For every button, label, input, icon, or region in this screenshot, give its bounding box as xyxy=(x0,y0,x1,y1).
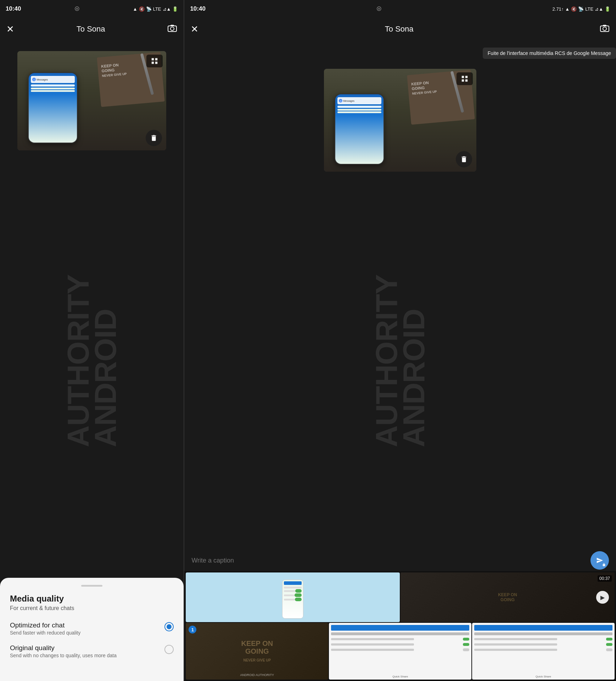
left-record-icon: ⦾ xyxy=(75,6,79,12)
svg-rect-5 xyxy=(603,25,606,26)
mini-label-2 xyxy=(284,594,295,596)
keep-going-thumbnail[interactable]: KEEP ONGOINGNEVER GIVE UP 1 ANDROID AUTH… xyxy=(186,623,328,680)
right-screen-header: G Messages xyxy=(337,97,381,104)
settings-dark-2-bg xyxy=(472,623,615,680)
ts-label-2b xyxy=(474,643,557,646)
quality-settings-button[interactable] xyxy=(146,55,163,67)
phone-on-table: KEEP ONGOINGNEVER GIVE UP G Messages xyxy=(17,51,166,150)
video-duration: 00:37 xyxy=(598,575,612,582)
signal-icon: ▲ xyxy=(133,6,138,12)
right-delete-button[interactable] xyxy=(456,151,472,167)
settings-dark-thumbnail-1[interactable]: Quick Share xyxy=(329,623,471,680)
notebook-text: KEEP ONGOINGNEVER GIVE UP xyxy=(101,62,127,78)
cast-icon: 📡 xyxy=(146,6,152,12)
left-main-image: KEEP ONGOINGNEVER GIVE UP G Messages xyxy=(17,51,166,150)
messages-label: Messages xyxy=(37,78,48,81)
right-battery-icon: 🔋 xyxy=(605,6,610,12)
settings-dark-thumbnail-2[interactable]: Quick Share xyxy=(472,623,615,680)
ts-title-1 xyxy=(331,632,469,635)
thumb-row-1: KEEP ONGOING 00:37 ▶ xyxy=(186,572,615,622)
right-send-lock-icon xyxy=(601,562,607,568)
right-network-icon: ⊿▲ xyxy=(595,6,603,12)
ts-toggle-1b xyxy=(463,643,469,646)
right-camera-button[interactable] xyxy=(600,24,610,34)
mini-toggle-row-3 xyxy=(284,598,302,601)
radio-inner-selected xyxy=(167,624,172,629)
thumbnails-grid: KEEP ONGOING 00:37 ▶ KEEP ONGOINGNEVER G… xyxy=(184,571,616,681)
right-record-icon: ⦾ xyxy=(377,6,381,12)
settings-label-1: Quick Share xyxy=(392,675,408,678)
left-panel: 10:40 ⦾ ▲ 🔇 📡 LTE ⊿▲ 🔋 ✕ To Sona ANDROID… xyxy=(0,0,184,681)
optimized-radio-button[interactable] xyxy=(164,622,174,631)
svg-rect-2 xyxy=(170,25,174,26)
right-close-button[interactable]: ✕ xyxy=(191,24,198,35)
keep-going-wm: KEEP ONGOINGNEVER GIVE UP xyxy=(241,640,273,663)
mini-toggle-2 xyxy=(295,593,302,597)
right-spacer xyxy=(184,172,616,550)
svg-point-4 xyxy=(603,27,606,31)
original-radio-button[interactable] xyxy=(164,645,174,654)
right-phone-on-table: KEEP ONGOINGNEVER GIVE UP G Messages xyxy=(324,69,476,172)
left-camera-button[interactable] xyxy=(167,24,177,34)
media-quality-subtitle: For current & future chats xyxy=(10,605,174,611)
video-play-button[interactable]: ▶ xyxy=(596,591,609,604)
optimized-for-chat-option[interactable]: Optimized for chat Send faster with redu… xyxy=(10,621,174,636)
left-time: 10:40 xyxy=(6,5,21,12)
left-status-bar: 10:40 ⦾ ▲ 🔇 📡 LTE ⊿▲ 🔋 xyxy=(0,0,184,18)
mini-line-1 xyxy=(284,587,302,588)
settings-dark-1-bg xyxy=(329,623,471,680)
right-status-icons: 2.71↑ ▲ 🔇 📡 LTE ⊿▲ 🔋 xyxy=(553,6,610,12)
right-image-area: KEEP ONGOINGNEVER GIVE UP G Messages xyxy=(184,62,616,172)
ts-row-1a xyxy=(331,637,469,641)
svg-point-1 xyxy=(170,27,174,31)
right-top-bar: ✕ To Sona xyxy=(184,18,616,40)
right-screen-search xyxy=(337,106,381,108)
right-content: ANDROIDAUTHORITY Fuite de l'interface mu… xyxy=(184,40,616,681)
ts-label-2a xyxy=(474,638,557,640)
left-image-area: KEEP ONGOINGNEVER GIVE UP G Messages xyxy=(0,44,184,150)
settings-screen-mini xyxy=(282,580,303,618)
original-option-title: Original quality xyxy=(10,644,164,652)
g-logo: G xyxy=(32,78,36,81)
left-close-button[interactable]: ✕ xyxy=(6,24,14,35)
ts-row-2c xyxy=(474,648,612,652)
settings-phone-mini xyxy=(282,580,303,619)
delete-button[interactable] xyxy=(146,130,162,146)
right-send-button[interactable] xyxy=(590,551,609,570)
optimized-option-title: Optimized for chat xyxy=(10,621,164,629)
mini-toggle-row-1 xyxy=(284,589,302,593)
left-title: To Sona xyxy=(77,24,105,34)
ts-toggle-2a xyxy=(606,638,612,641)
media-quality-title: Media quality xyxy=(10,594,174,604)
left-top-bar: ✕ To Sona xyxy=(0,18,184,40)
ts-header-1 xyxy=(331,625,469,631)
original-quality-option[interactable]: Original quality Send with no changes to… xyxy=(10,644,174,658)
media-quality-sheet: Media quality For current & future chats… xyxy=(0,578,184,681)
right-panel: 10:40 ⦾ 2.71↑ ▲ 🔇 📡 LTE ⊿▲ 🔋 ✕ To Sona A… xyxy=(184,0,616,681)
right-phone-device: G Messages xyxy=(335,94,384,165)
mini-toggle-3 xyxy=(295,598,302,601)
ts-row-1b xyxy=(331,642,469,647)
right-main-image: KEEP ONGOINGNEVER GIVE UP G Messages xyxy=(324,69,476,172)
mute-icon: 🔇 xyxy=(139,6,145,12)
right-phone-screen: G Messages xyxy=(335,94,383,164)
settings-thumbnail[interactable] xyxy=(186,572,400,622)
video-watermark: KEEP ONGOING xyxy=(498,592,517,602)
screen-row1 xyxy=(31,88,75,89)
right-lte-icon: LTE xyxy=(585,6,593,12)
battery-icon: 🔋 xyxy=(172,6,178,12)
right-screen-row1 xyxy=(337,109,381,111)
left-content: ANDROIDAUTHORITY KEEP ONGOINGNEVER GIVE … xyxy=(0,40,184,681)
video-thumbnail[interactable]: KEEP ONGOING 00:37 ▶ xyxy=(401,572,615,622)
right-caption-input[interactable] xyxy=(191,557,590,564)
right-notebook-text: KEEP ONGOINGNEVER GIVE UP xyxy=(411,80,437,96)
screen-row2 xyxy=(31,90,75,92)
phone-screen: G Messages xyxy=(29,73,77,143)
right-g-logo: G xyxy=(339,99,342,103)
thumb-row-2: KEEP ONGOINGNEVER GIVE UP 1 ANDROID AUTH… xyxy=(186,623,615,680)
optimized-option-text: Optimized for chat Send faster with redu… xyxy=(10,621,164,636)
lte-icon: LTE xyxy=(153,6,161,12)
right-quality-settings-button[interactable] xyxy=(457,72,473,85)
mini-label-1 xyxy=(284,590,295,592)
ts-toggle-1a xyxy=(463,638,469,641)
